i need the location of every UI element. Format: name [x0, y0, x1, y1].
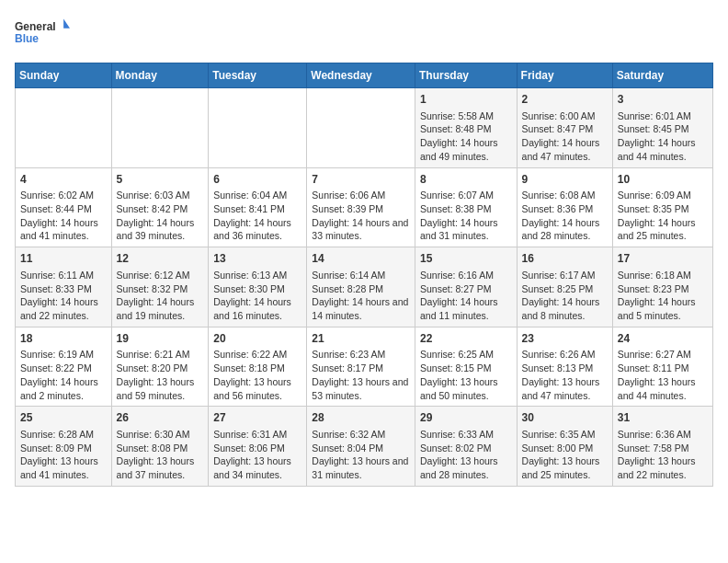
day-cell: 26Sunrise: 6:30 AMSunset: 8:08 PMDayligh…	[111, 407, 209, 487]
day-cell: 6Sunrise: 6:04 AMSunset: 8:41 PMDaylight…	[209, 167, 307, 247]
day-info: Sunrise: 6:14 AM	[312, 269, 410, 282]
day-info: Daylight: 14 hours and 49 minutes.	[420, 136, 512, 163]
day-number: 26	[117, 410, 204, 426]
day-info: Sunset: 8:00 PM	[522, 442, 608, 455]
day-cell	[307, 88, 415, 168]
calendar-table: SundayMondayTuesdayWednesdayThursdayFrid…	[15, 63, 713, 487]
day-info: Daylight: 14 hours and 11 minutes.	[420, 295, 512, 322]
day-cell: 18Sunrise: 6:19 AMSunset: 8:22 PMDayligh…	[16, 327, 112, 407]
day-info: Sunrise: 6:30 AM	[117, 428, 204, 442]
day-cell: 30Sunrise: 6:35 AMSunset: 8:00 PMDayligh…	[517, 407, 612, 487]
day-info: Sunrise: 6:27 AM	[618, 348, 708, 362]
weekday-header-tuesday: Tuesday	[209, 63, 307, 88]
day-cell: 9Sunrise: 6:08 AMSunset: 8:36 PMDaylight…	[517, 167, 612, 247]
day-cell: 10Sunrise: 6:09 AMSunset: 8:35 PMDayligh…	[612, 167, 712, 247]
day-cell: 14Sunrise: 6:14 AMSunset: 8:28 PMDayligh…	[307, 247, 415, 327]
day-cell: 13Sunrise: 6:13 AMSunset: 8:30 PMDayligh…	[209, 247, 307, 327]
day-info: Sunrise: 6:28 AM	[20, 428, 107, 442]
day-number: 31	[618, 410, 708, 426]
day-info: Sunrise: 6:26 AM	[522, 348, 608, 362]
day-number: 14	[312, 251, 410, 267]
day-info: Sunset: 8:08 PM	[117, 442, 204, 455]
day-info: Daylight: 14 hours and 2 minutes.	[20, 375, 107, 402]
day-cell: 16Sunrise: 6:17 AMSunset: 8:25 PMDayligh…	[517, 247, 612, 327]
day-number: 4	[20, 172, 107, 188]
day-cell: 17Sunrise: 6:18 AMSunset: 8:23 PMDayligh…	[612, 247, 712, 327]
day-cell: 22Sunrise: 6:25 AMSunset: 8:15 PMDayligh…	[415, 327, 517, 407]
day-info: Daylight: 13 hours and 31 minutes.	[312, 454, 410, 481]
day-info: Sunset: 8:42 PM	[117, 202, 204, 216]
day-cell: 8Sunrise: 6:07 AMSunset: 8:38 PMDaylight…	[415, 167, 517, 247]
day-cell: 7Sunrise: 6:06 AMSunset: 8:39 PMDaylight…	[307, 167, 415, 247]
day-cell	[16, 88, 112, 168]
day-info: Daylight: 14 hours and 5 minutes.	[618, 295, 708, 322]
day-info: Daylight: 14 hours and 47 minutes.	[522, 136, 608, 163]
day-number: 20	[213, 331, 301, 347]
day-number: 28	[312, 410, 410, 426]
day-info: Daylight: 13 hours and 28 minutes.	[420, 454, 512, 481]
day-info: Sunset: 8:28 PM	[312, 282, 410, 296]
day-info: Daylight: 13 hours and 34 minutes.	[213, 454, 301, 481]
day-info: Sunrise: 6:23 AM	[312, 348, 410, 362]
day-number: 17	[618, 251, 708, 267]
day-info: Sunset: 8:15 PM	[420, 362, 512, 375]
day-number: 23	[522, 331, 608, 347]
day-info: Daylight: 14 hours and 19 minutes.	[117, 295, 204, 322]
day-info: Sunset: 8:22 PM	[20, 362, 107, 375]
day-info: Daylight: 14 hours and 14 minutes.	[312, 295, 410, 322]
day-info: Sunset: 8:09 PM	[20, 442, 107, 455]
day-number: 8	[420, 172, 512, 188]
day-info: Sunset: 8:11 PM	[618, 362, 708, 375]
day-number: 5	[117, 172, 204, 188]
day-number: 9	[522, 172, 608, 188]
svg-text:General: General	[15, 20, 56, 33]
day-info: Sunrise: 6:35 AM	[522, 428, 608, 442]
weekday-header-saturday: Saturday	[612, 63, 712, 88]
day-info: Sunrise: 6:22 AM	[213, 348, 301, 362]
day-info: Daylight: 14 hours and 16 minutes.	[213, 295, 301, 322]
day-info: Sunset: 8:45 PM	[618, 122, 708, 136]
day-info: Sunset: 8:32 PM	[117, 282, 204, 296]
day-info: Sunrise: 6:13 AM	[213, 269, 301, 282]
day-cell: 21Sunrise: 6:23 AMSunset: 8:17 PMDayligh…	[307, 327, 415, 407]
day-info: Daylight: 13 hours and 22 minutes.	[618, 454, 708, 481]
day-number: 24	[618, 331, 708, 347]
day-cell: 29Sunrise: 6:33 AMSunset: 8:02 PMDayligh…	[415, 407, 517, 487]
day-info: Daylight: 14 hours and 25 minutes.	[618, 216, 708, 243]
day-info: Sunrise: 6:16 AM	[420, 269, 512, 282]
day-info: Sunrise: 6:12 AM	[117, 269, 204, 282]
day-info: Sunrise: 6:04 AM	[213, 189, 301, 202]
day-cell: 11Sunrise: 6:11 AMSunset: 8:33 PMDayligh…	[16, 247, 112, 327]
weekday-header-row: SundayMondayTuesdayWednesdayThursdayFrid…	[16, 63, 713, 88]
day-number: 13	[213, 251, 301, 267]
day-info: Daylight: 13 hours and 37 minutes.	[117, 454, 204, 481]
day-info: Sunrise: 6:03 AM	[117, 189, 204, 202]
day-info: Daylight: 14 hours and 33 minutes.	[312, 216, 410, 243]
week-row-1: 1Sunrise: 5:58 AMSunset: 8:48 PMDaylight…	[16, 88, 713, 168]
day-info: Sunset: 8:02 PM	[420, 442, 512, 455]
day-info: Sunset: 8:38 PM	[420, 202, 512, 216]
day-number: 21	[312, 331, 410, 347]
day-info: Sunrise: 6:19 AM	[20, 348, 107, 362]
day-number: 29	[420, 410, 512, 426]
day-info: Daylight: 13 hours and 53 minutes.	[312, 375, 410, 402]
day-cell: 3Sunrise: 6:01 AMSunset: 8:45 PMDaylight…	[612, 88, 712, 168]
day-number: 19	[117, 331, 204, 347]
day-cell	[111, 88, 209, 168]
day-info: Sunset: 8:33 PM	[20, 282, 107, 296]
day-number: 12	[117, 251, 204, 267]
day-cell: 19Sunrise: 6:21 AMSunset: 8:20 PMDayligh…	[111, 327, 209, 407]
day-info: Daylight: 13 hours and 25 minutes.	[522, 454, 608, 481]
weekday-header-thursday: Thursday	[415, 63, 517, 88]
day-info: Sunrise: 6:08 AM	[522, 189, 608, 202]
day-info: Sunrise: 6:07 AM	[420, 189, 512, 202]
day-info: Sunset: 8:27 PM	[420, 282, 512, 296]
weekday-header-sunday: Sunday	[16, 63, 112, 88]
week-row-4: 18Sunrise: 6:19 AMSunset: 8:22 PMDayligh…	[16, 327, 713, 407]
day-number: 27	[213, 410, 301, 426]
day-info: Sunrise: 6:11 AM	[20, 269, 107, 282]
day-cell: 12Sunrise: 6:12 AMSunset: 8:32 PMDayligh…	[111, 247, 209, 327]
day-cell: 24Sunrise: 6:27 AMSunset: 8:11 PMDayligh…	[612, 327, 712, 407]
day-info: Sunrise: 6:09 AM	[618, 189, 708, 202]
day-info: Sunrise: 6:31 AM	[213, 428, 301, 442]
